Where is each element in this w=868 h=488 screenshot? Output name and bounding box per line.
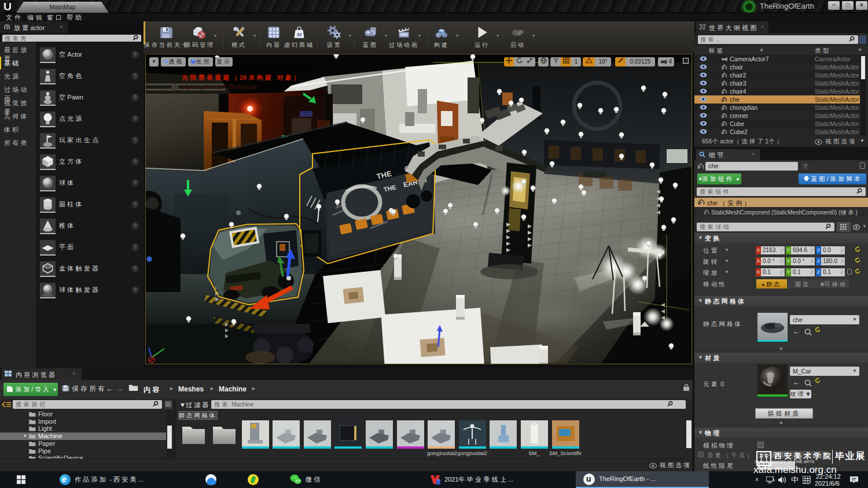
svg-text:M: M bbox=[297, 31, 302, 38]
